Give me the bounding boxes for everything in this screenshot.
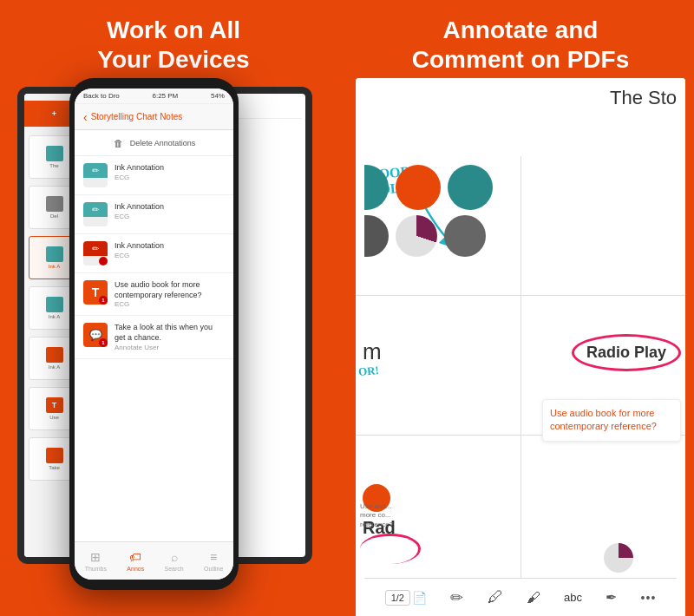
highlight-tool[interactable]: ✏ bbox=[450, 588, 463, 607]
tab-thumbs[interactable]: ⊞ Thumbs bbox=[85, 550, 107, 572]
pdf-content: GOODCOLOR! The Sto bbox=[356, 78, 685, 616]
thumbs-label: Thumbs bbox=[85, 566, 107, 572]
list-item-title: Ink Annotation bbox=[115, 241, 225, 252]
thumbs-icon: ⊞ bbox=[90, 550, 101, 564]
circle-pie bbox=[396, 215, 437, 257]
bottom-text-partial: Use aud...more co...reference? bbox=[360, 502, 393, 529]
search-icon: ⌕ bbox=[171, 550, 178, 564]
radio-arc bbox=[360, 534, 421, 564]
delete-annotations-label[interactable]: Delete Annotations bbox=[130, 139, 196, 147]
list-item-content: Ink Annotation ECG bbox=[115, 163, 225, 181]
annotation-icon: ✏ bbox=[83, 241, 108, 265]
list-item[interactable]: T 1 Use audio book for more contemporary… bbox=[75, 273, 233, 316]
app-container: Work on All Your Devices + The bbox=[0, 0, 694, 616]
phone-device: Back to Dro 6:25 PM 54% ‹ Storytelling C… bbox=[69, 78, 239, 590]
tab-outline[interactable]: ≡ Outline bbox=[204, 550, 223, 572]
page-indicator: 1/2 📄 bbox=[385, 590, 427, 606]
circles-row-1 bbox=[364, 165, 681, 210]
phone-screen: Back to Dro 6:25 PM 54% ‹ Storytelling C… bbox=[75, 88, 233, 580]
phone-nav-bar: ‹ Storytelling Chart Notes bbox=[75, 104, 233, 130]
tab-annos[interactable]: 🏷 Annos bbox=[127, 550, 144, 572]
circle-orange bbox=[396, 165, 441, 210]
list-item-sub: Annotate User bbox=[115, 344, 225, 351]
phone-battery: 54% bbox=[211, 92, 225, 100]
pdf-area: GOODCOLOR! The Sto bbox=[347, 78, 694, 616]
circles-grid bbox=[356, 165, 685, 257]
annotation-comment-text: Use audio book for more contemporary ref… bbox=[550, 407, 673, 434]
list-item-sub: ECG bbox=[115, 252, 225, 259]
more-tools[interactable]: ••• bbox=[641, 591, 657, 605]
list-item-sub: ECG bbox=[115, 213, 225, 220]
right-panel: Annotate and Comment on PDFs GOODCOLOR! bbox=[347, 0, 694, 616]
circle-gray-partial bbox=[364, 215, 389, 257]
annotation-comment-box: Use audio book for more contemporary ref… bbox=[542, 399, 681, 442]
annotation-icon: ✏ bbox=[83, 202, 108, 226]
annos-icon: 🏷 bbox=[129, 550, 141, 564]
outline-label: Outline bbox=[204, 566, 223, 572]
left-panel-title: Work on All Your Devices bbox=[97, 16, 249, 74]
list-item-title: Ink Annotation bbox=[115, 202, 225, 213]
pen-tool[interactable]: 🖊 bbox=[488, 588, 503, 606]
text-annotation-icon: T 1 bbox=[83, 280, 108, 305]
pencil-tool[interactable]: ✒ bbox=[606, 589, 617, 606]
list-item-content: Use audio book for more contemporary ref… bbox=[115, 280, 225, 308]
comment-icon: 💬 1 bbox=[83, 323, 108, 347]
search-label: Search bbox=[165, 566, 184, 572]
list-item-title: Take a look at this when you get a chanc… bbox=[115, 323, 225, 343]
list-item-content: Take a look at this when you get a chanc… bbox=[115, 323, 225, 351]
back-arrow-icon[interactable]: ‹ bbox=[83, 110, 88, 124]
left-panel: Work on All Your Devices + The bbox=[0, 0, 347, 616]
pdf-letter-m: m bbox=[363, 338, 382, 365]
phone-tab-bar: ⊞ Thumbs 🏷 Annos ⌕ Search ≡ bbox=[75, 541, 233, 580]
annotation-icon: ✏ bbox=[83, 163, 108, 187]
right-panel-title: Annotate and Comment on PDFs bbox=[412, 16, 629, 74]
device-area: + The Del Ink A bbox=[0, 78, 347, 616]
pdf-document: GOODCOLOR! The Sto bbox=[356, 78, 685, 616]
marker-tool[interactable]: 🖌 bbox=[527, 590, 540, 606]
list-item[interactable]: ✏ Ink Annotation ECG bbox=[75, 156, 233, 195]
list-item-sub: ECG bbox=[115, 300, 225, 308]
bottom-pie-small bbox=[604, 543, 633, 573]
outline-icon: ≡ bbox=[210, 550, 217, 564]
tab-search[interactable]: ⌕ Search bbox=[165, 550, 184, 572]
phone-time: 6:25 PM bbox=[152, 92, 178, 100]
phone-status-bar: Back to Dro 6:25 PM 54% bbox=[75, 88, 233, 104]
list-item-content: Ink Annotation ECG bbox=[115, 202, 225, 220]
pdf-toolbar: 1/2 📄 ✏ 🖊 🖌 abc bbox=[364, 578, 677, 616]
radio-play-container: Radio Play bbox=[554, 330, 681, 376]
list-item-content: Ink Annotation ECG bbox=[115, 241, 225, 259]
text-tool[interactable]: abc bbox=[564, 591, 582, 604]
list-item[interactable]: ✏ Ink Annotation ECG bbox=[75, 195, 233, 234]
list-item-title: Use audio book for more contemporary ref… bbox=[115, 280, 225, 300]
back-to-dropbox-label: Back to Dro bbox=[83, 92, 120, 100]
radio-play-label: Radio Play bbox=[572, 334, 681, 371]
circle-dark-gray bbox=[444, 215, 486, 257]
badge: 1 bbox=[99, 296, 108, 305]
circle-partial bbox=[364, 165, 389, 210]
pdf-title-partial: The Sto bbox=[610, 87, 677, 109]
list-item[interactable]: ✏ Ink Annotation ECG bbox=[75, 234, 233, 273]
phone-annotations-list: ✏ Ink Annotation ECG bbox=[75, 156, 233, 541]
circle-teal bbox=[448, 165, 493, 210]
list-item[interactable]: 💬 1 Take a look at this when you get a c… bbox=[75, 316, 233, 358]
or-annotation: OR! bbox=[357, 364, 379, 379]
list-item-sub: ECG bbox=[115, 174, 225, 181]
list-item-title: Ink Annotation bbox=[115, 163, 225, 174]
circles-row-2 bbox=[364, 215, 681, 257]
phone-nav-title: Storytelling Chart Notes bbox=[91, 112, 183, 121]
phone-action-bar[interactable]: 🗑 Delete Annotations bbox=[75, 130, 233, 156]
delete-icon: 🗑 bbox=[113, 137, 125, 149]
badge bbox=[99, 257, 108, 265]
annos-label: Annos bbox=[127, 566, 144, 572]
